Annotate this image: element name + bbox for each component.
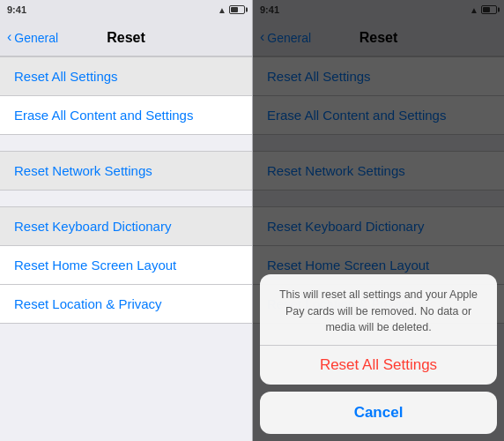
left-panel: 9:41 ▲ ‹ General Reset Reset All Setting…	[0, 0, 252, 441]
back-button-left[interactable]: ‹ General	[7, 31, 58, 45]
battery-fill-left	[231, 7, 238, 12]
dialog-message: This will reset all settings and your Ap…	[260, 274, 497, 346]
nav-bar-left: ‹ General Reset	[0, 19, 252, 56]
section-2-left: Reset Network Settings	[0, 151, 252, 191]
status-bar-left: 9:41 ▲	[0, 0, 252, 19]
dialog-card: This will reset all settings and your Ap…	[260, 274, 497, 385]
erase-all-content-left[interactable]: Erase All Content and Settings	[0, 96, 252, 135]
section-1-left: Reset All Settings Erase All Content and…	[0, 56, 252, 135]
status-bar-left-info: 9:41	[7, 4, 26, 15]
reset-all-settings-action[interactable]: Reset All Settings	[260, 346, 497, 385]
reset-home-screen-left[interactable]: Reset Home Screen Layout	[0, 246, 252, 285]
nav-title-left: Reset	[107, 30, 145, 46]
section-3-left: Reset Keyboard Dictionary Reset Home Scr…	[0, 206, 252, 324]
spacer-1-left	[0, 135, 252, 151]
reset-location-left[interactable]: Reset Location & Privacy	[0, 285, 252, 324]
reset-keyboard-left[interactable]: Reset Keyboard Dictionary	[0, 206, 252, 246]
spacer-2-left	[0, 191, 252, 206]
back-chevron-left: ‹	[7, 30, 11, 44]
battery-icon-left	[229, 5, 245, 14]
dialog-overlay: This will reset all settings and your Ap…	[253, 0, 504, 441]
wifi-icon-left: ▲	[218, 5, 226, 15]
settings-list-left: Reset All Settings Erase All Content and…	[0, 56, 252, 441]
time-left: 9:41	[7, 4, 26, 15]
dialog-sheet: This will reset all settings and your Ap…	[253, 274, 504, 441]
right-panel: 9:41 ▲ ‹ General Reset Reset All Setting…	[252, 0, 504, 441]
status-bar-right-icons: ▲	[218, 5, 245, 15]
back-label-left: General	[14, 31, 58, 45]
reset-network-left[interactable]: Reset Network Settings	[0, 151, 252, 191]
reset-all-settings-left[interactable]: Reset All Settings	[0, 56, 252, 96]
cancel-button[interactable]: Cancel	[260, 392, 497, 434]
